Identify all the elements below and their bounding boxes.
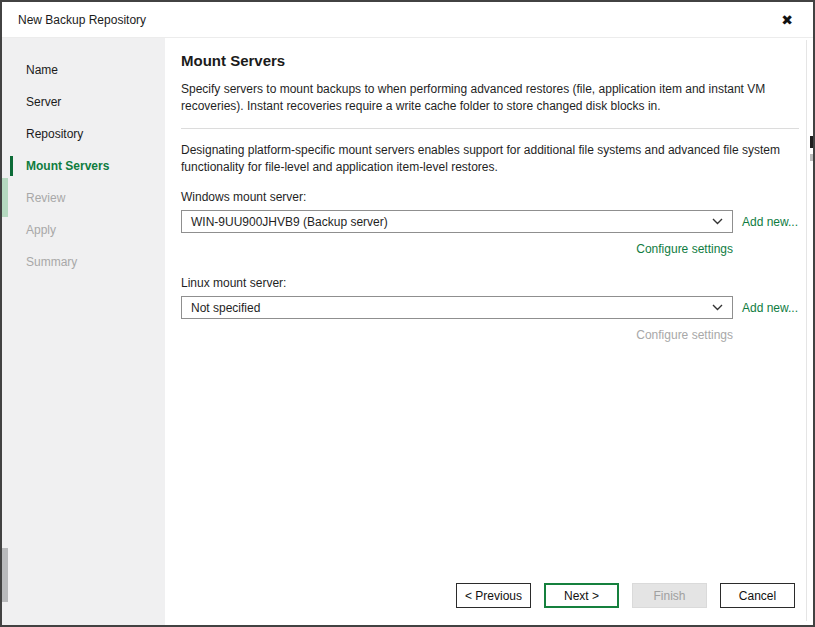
windows-configure-settings-link[interactable]: Configure settings bbox=[636, 242, 733, 256]
window-title: New Backup Repository bbox=[18, 13, 777, 27]
sidebar-item-summary: Summary bbox=[2, 246, 165, 278]
wizard-footer: < Previous Next > Finish Cancel bbox=[456, 583, 795, 608]
sidebar-item-name[interactable]: Name bbox=[2, 54, 165, 86]
sidebar-item-review: Review bbox=[2, 182, 165, 214]
windows-mount-server-label: Windows mount server: bbox=[181, 190, 799, 204]
linux-add-new-link[interactable]: Add new... bbox=[742, 301, 798, 315]
sidebar-item-label: Apply bbox=[26, 223, 56, 237]
step-description: Specify servers to mount backups to when… bbox=[181, 81, 799, 115]
dialog-body: Name Server Repository Mount Servers Rev… bbox=[2, 38, 813, 625]
sidebar-item-repository[interactable]: Repository bbox=[2, 118, 165, 150]
linux-mount-server-row: Not specified Add new... bbox=[181, 296, 799, 319]
windows-add-new-link[interactable]: Add new... bbox=[742, 215, 798, 229]
sidebar-item-label: Mount Servers bbox=[26, 159, 109, 173]
scrollbar-thumb[interactable] bbox=[810, 136, 814, 148]
sidebar-item-label: Review bbox=[26, 191, 65, 205]
close-icon[interactable]: ✖ bbox=[777, 11, 797, 29]
chevron-down-icon bbox=[712, 304, 723, 311]
windows-mount-server-row: WIN-9UU900JHVB9 (Backup server) Add new.… bbox=[181, 210, 799, 233]
sidebar-item-server[interactable]: Server bbox=[2, 86, 165, 118]
chevron-down-icon bbox=[712, 218, 723, 225]
cancel-button[interactable]: Cancel bbox=[720, 583, 795, 608]
finish-button: Finish bbox=[632, 583, 707, 608]
titlebar: New Backup Repository ✖ bbox=[2, 2, 813, 38]
mount-server-info-text: Designating platform-specific mount serv… bbox=[181, 142, 799, 176]
sidebar-item-label: Name bbox=[26, 63, 58, 77]
linux-configure-row: Configure settings bbox=[181, 328, 733, 342]
sidebar-item-label: Repository bbox=[26, 127, 83, 141]
scrollbar-track bbox=[806, 40, 807, 621]
scrollbar-thumb-shadow bbox=[810, 154, 813, 161]
linux-mount-server-select[interactable]: Not specified bbox=[181, 296, 733, 319]
new-backup-repository-dialog: New Backup Repository ✖ Name Server Repo… bbox=[0, 0, 815, 627]
sidebar-item-label: Summary bbox=[26, 255, 77, 269]
windows-mount-server-select[interactable]: WIN-9UU900JHVB9 (Backup server) bbox=[181, 210, 733, 233]
windows-mount-server-value: WIN-9UU900JHVB9 (Backup server) bbox=[191, 215, 388, 229]
left-edge-artifact bbox=[0, 548, 8, 602]
sidebar-item-apply: Apply bbox=[2, 214, 165, 246]
linux-mount-server-value: Not specified bbox=[191, 301, 260, 315]
previous-button[interactable]: < Previous bbox=[456, 583, 531, 608]
next-button[interactable]: Next > bbox=[544, 583, 619, 608]
step-content: Mount Servers Specify servers to mount b… bbox=[165, 38, 813, 625]
left-edge-artifact bbox=[0, 178, 8, 217]
sidebar-item-label: Server bbox=[26, 95, 61, 109]
windows-configure-row: Configure settings bbox=[181, 242, 733, 256]
page-title: Mount Servers bbox=[181, 52, 799, 69]
wizard-steps-sidebar: Name Server Repository Mount Servers Rev… bbox=[2, 38, 165, 625]
sidebar-item-mount-servers[interactable]: Mount Servers bbox=[2, 150, 165, 182]
linux-mount-server-label: Linux mount server: bbox=[181, 276, 799, 290]
linux-configure-settings-link: Configure settings bbox=[636, 328, 733, 342]
active-step-bar bbox=[10, 156, 13, 176]
divider bbox=[181, 128, 799, 129]
